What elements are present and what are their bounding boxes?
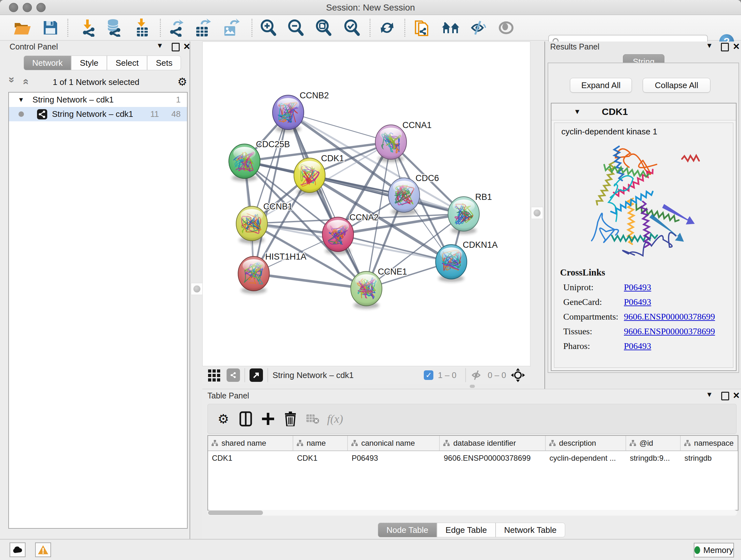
node-table[interactable]: shared namenamecanonical namedatabase id… xyxy=(207,435,738,510)
right-splitter[interactable] xyxy=(530,42,544,389)
zoom-in-button[interactable] xyxy=(258,18,278,37)
table-cell[interactable]: cyclin-dependent ... xyxy=(546,451,626,465)
refresh-icon xyxy=(379,19,395,37)
export-network-icon xyxy=(167,19,184,37)
selected-checkbox-icon[interactable]: ✓ xyxy=(424,370,433,380)
cloud-status-button[interactable] xyxy=(10,543,25,557)
show-columns-icon[interactable] xyxy=(234,411,257,427)
crosslink-link[interactable]: 9606.ENSP00000378699 xyxy=(624,312,715,322)
tab-edge-table[interactable]: Edge Table xyxy=(437,523,495,537)
cytoscape-window: Session: New Session xyxy=(0,0,741,560)
warnings-button[interactable] xyxy=(35,543,51,557)
table-cell[interactable]: stringdb:9... xyxy=(626,451,681,465)
string-network-graph[interactable]: CCNB2CCNA1CDC25BCDK1CDC6RB1CCNB1CCNA2CDK… xyxy=(203,42,530,366)
table-panel-float-button[interactable]: ▼ xyxy=(706,390,713,399)
apply-layout-button[interactable] xyxy=(377,18,397,37)
save-session-button[interactable] xyxy=(41,18,60,37)
create-column-icon[interactable] xyxy=(257,412,279,426)
column-header-canonical-name[interactable]: canonical name xyxy=(348,436,440,450)
graph-node-CCNB2[interactable]: CCNB2 xyxy=(273,91,329,132)
tree-expand-icon[interactable]: ▼ xyxy=(18,96,24,104)
tab-node-table[interactable]: Node Table xyxy=(378,523,437,537)
memory-button[interactable]: Memory xyxy=(694,543,734,557)
tab-network[interactable]: Network xyxy=(23,56,71,70)
column-header-shared-name[interactable]: shared name xyxy=(208,436,293,450)
tab-sets[interactable]: Sets xyxy=(147,56,181,70)
column-header-@id[interactable]: @id xyxy=(626,436,681,450)
scrollbar-thumb[interactable] xyxy=(208,510,263,515)
birds-eye-view-icon[interactable] xyxy=(511,368,525,382)
graph-node-RB1[interactable]: RB1 xyxy=(448,192,492,234)
zoom-selected-button[interactable] xyxy=(342,18,361,37)
table-horizontal-scrollbar[interactable] xyxy=(207,510,737,516)
hide-graphics-button[interactable] xyxy=(468,18,488,37)
crosslink-link[interactable]: P06493 xyxy=(624,282,651,293)
detach-view-button[interactable] xyxy=(250,368,263,382)
delete-column-icon[interactable] xyxy=(279,412,301,426)
column-header-description[interactable]: description xyxy=(546,436,626,450)
graph-node-CCNA2[interactable]: CCNA2 xyxy=(322,212,379,254)
network-collection-row[interactable]: ▼ String Network – cdk1 1 xyxy=(9,92,187,107)
results-panel-title: Results Panel xyxy=(550,42,599,51)
tab-network-table[interactable]: Network Table xyxy=(495,523,565,537)
table-cell[interactable]: 9606.ENSP00000378699 xyxy=(440,451,545,465)
left-splitter[interactable] xyxy=(190,42,203,539)
left-splitter-collapse-handle[interactable] xyxy=(191,283,203,295)
results-panel-float-button[interactable]: ▼ xyxy=(706,42,713,50)
control-panel-maximize-button[interactable] xyxy=(172,43,180,53)
right-splitter-collapse-handle[interactable] xyxy=(531,207,543,219)
import-network-button[interactable] xyxy=(77,18,97,37)
expand-all-button[interactable]: Expand All xyxy=(570,78,632,92)
crosslink-link[interactable]: P06493 xyxy=(624,297,651,307)
function-builder-icon: f(x) xyxy=(324,412,346,426)
node-label-CCNA1: CCNA1 xyxy=(402,120,432,130)
tab-select[interactable]: Select xyxy=(107,56,147,70)
network-canvas[interactable]: CCNB2CCNA1CDC25BCDK1CDC6RB1CCNB1CCNA2CDK… xyxy=(202,42,530,367)
table-row[interactable]: CDK1CDK1P064939606.ENSP00000378699cyclin… xyxy=(208,451,738,465)
bottom-splitter[interactable] xyxy=(202,384,530,389)
export-table-button[interactable] xyxy=(193,18,212,37)
gene-section-header[interactable]: ▼ CDK1 xyxy=(551,104,736,120)
column-type-icon xyxy=(629,440,636,447)
graph-node-CDKN1A[interactable]: CDKN1A xyxy=(435,240,498,282)
table-cell[interactable]: P06493 xyxy=(348,451,440,465)
zoom-out-button[interactable] xyxy=(286,18,306,37)
graph-node-CDC25B[interactable]: CDC25B xyxy=(229,139,290,181)
network-row-selected[interactable]: String Network – cdk1 11 48 xyxy=(9,107,187,121)
collection-count: 1 xyxy=(176,95,181,105)
network-options-gear-icon[interactable]: ⚙ xyxy=(178,75,187,88)
crosslink-link[interactable]: 9606.ENSP00000378699 xyxy=(624,326,715,336)
bottom-splitter-handle[interactable] xyxy=(470,385,475,388)
network-tree: ▼ String Network – cdk1 1 String Network… xyxy=(8,92,188,529)
export-image-button[interactable] xyxy=(221,18,241,37)
export-network-button[interactable] xyxy=(166,18,186,37)
zoom-fit-button[interactable] xyxy=(313,18,333,37)
control-panel-float-button[interactable]: ▼ xyxy=(156,42,163,50)
string-home-button[interactable] xyxy=(441,18,461,37)
results-panel-maximize-button[interactable] xyxy=(721,43,729,53)
presentation-mode-button[interactable] xyxy=(496,18,516,37)
table-panel-maximize-button[interactable] xyxy=(721,392,729,401)
graph-node-CCNE1[interactable]: CCNE1 xyxy=(351,267,407,309)
grid-thumbnails-icon[interactable] xyxy=(207,368,221,382)
graph-node-HIST1H1A[interactable]: HIST1H1A xyxy=(238,252,307,294)
table-cell[interactable]: CDK1 xyxy=(293,451,348,465)
results-panel-close-button[interactable]: ✕ xyxy=(733,42,740,52)
import-table-button[interactable] xyxy=(132,18,152,37)
section-collapse-icon[interactable]: ▼ xyxy=(574,108,581,116)
column-header-namespace[interactable]: namespace xyxy=(681,436,738,450)
tab-style[interactable]: Style xyxy=(71,56,107,70)
collapse-all-button[interactable]: Collapse All xyxy=(643,78,711,92)
clone-network-button[interactable] xyxy=(412,18,432,37)
crosslink-link[interactable]: P06493 xyxy=(624,341,651,351)
network-share-view-icon[interactable] xyxy=(226,368,240,382)
graph-node-CCNA1[interactable]: CCNA1 xyxy=(375,120,432,162)
column-header-name[interactable]: name xyxy=(293,436,348,450)
open-session-button[interactable] xyxy=(12,18,32,37)
table-cell[interactable]: CDK1 xyxy=(208,451,293,465)
column-header-database-identifier[interactable]: database identifier xyxy=(440,436,545,450)
import-network-from-database-button[interactable] xyxy=(103,18,123,37)
table-options-gear-icon[interactable]: ⚙ xyxy=(212,412,234,426)
table-cell[interactable]: stringdb xyxy=(681,451,738,465)
table-panel-close-button[interactable]: ✕ xyxy=(733,390,740,401)
